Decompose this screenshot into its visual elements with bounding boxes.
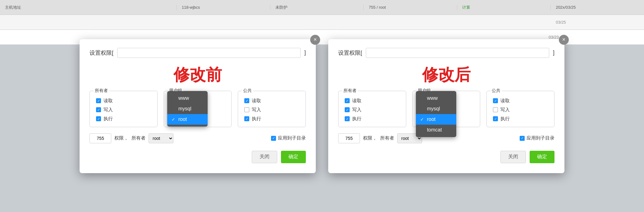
dialog-after-apply-subdir-label: 应用到子目录 (527, 135, 554, 141)
dialog-after-perm-input[interactable] (338, 133, 360, 143)
dialog-after-owner-execute-checkbox[interactable]: ✓ (345, 116, 350, 121)
bg-col-5: 计算 (457, 5, 551, 10)
dialog-before-apply-subdir-checkbox[interactable]: ✓ (271, 136, 276, 141)
dialog-after-usergroup-execute-row: ✓ www mysql ✓ root tomcat (419, 116, 474, 121)
dialog-after-perm-groups: 所有者 ✓ 读取 ✓ 写入 ✓ 执行 用户组 ✓ 读取 (338, 91, 554, 127)
dialog-before-perm-groups: 所有者 ✓ 读取 ✓ 写入 ✓ 执行 用户组 ✓ 读取 (90, 91, 306, 127)
dialog-before-title-row: 设置权限[ ] (90, 48, 306, 58)
dialog-after-perm-label: 权限， (363, 135, 377, 141)
dialog-before-owner-read-row: ✓ 读取 (96, 98, 151, 104)
dialog-after-title-bracket: ] (553, 49, 554, 56)
dialog-after-owner-read-row: ✓ 读取 (345, 98, 400, 104)
dialog-before-public-execute-checkbox[interactable]: ✓ (244, 116, 249, 121)
dialog-before-apply-subdir-label: 应用到子目录 (278, 135, 306, 141)
dialog-before-apply-subdir-row: ✓ 应用到子目录 (271, 135, 306, 141)
dialog-after-footer: 关闭 确定 (338, 151, 554, 163)
dialog-after-owner-write-label: 写入 (352, 107, 361, 113)
dialog-after-public-execute-row: ✓ 执行 (493, 116, 548, 122)
dialog-after-owner-label: 所有者 (380, 135, 394, 141)
bg-col-1: 主机地址 (0, 5, 177, 10)
dialog-after-owner-execute-label: 执行 (352, 116, 361, 122)
dialog-before-owner-read-label: 读取 (104, 98, 113, 104)
dialog-after-public-execute-checkbox[interactable]: ✓ (493, 116, 498, 121)
dialog-before-public-title: 公共 (242, 88, 253, 94)
dialog-before: × 设置权限[ ] 修改前 所有者 ✓ 读取 ✓ 写入 (80, 39, 316, 173)
dialog-before-public-read-row: ✓ 读取 (244, 98, 299, 104)
dialog-before-close-button[interactable]: × (310, 35, 320, 45)
dialog-after-public-execute-label: 执行 (500, 116, 510, 122)
bg-col-3: 未防护 (270, 5, 364, 10)
dialog-after-public-group: 公共 ✓ 读取 写入 ✓ 执行 (486, 91, 554, 127)
dialog-after-dropdown-tomcat[interactable]: tomcat (416, 125, 456, 135)
dialog-before-public-write-checkbox[interactable] (244, 107, 249, 112)
dialog-before-public-execute-label: 执行 (252, 116, 261, 122)
bg-col-4: 755 / root (364, 5, 457, 10)
dialog-before-public-write-label: 写入 (252, 107, 261, 113)
bg-col-2: 118-wjbcs (177, 5, 270, 10)
dialog-before-close-btn[interactable]: 关闭 (252, 151, 277, 163)
dialog-before-dropdown-checkmark: ✓ (172, 117, 175, 122)
dialog-before-perm-input[interactable] (90, 133, 111, 143)
dialog-after-owner-group: 所有者 ✓ 读取 ✓ 写入 ✓ 执行 (338, 91, 406, 127)
dialog-before-dropdown-menu: www mysql ✓ root (167, 91, 208, 127)
dialog-before-owner-write-row: ✓ 写入 (96, 107, 151, 113)
dialog-after-confirm-btn[interactable]: 确定 (530, 151, 554, 163)
dialog-after-title-input[interactable] (366, 48, 549, 58)
dialog-before-owner-execute-checkbox[interactable]: ✓ (96, 116, 101, 121)
dialog-after-public-write-checkbox[interactable] (493, 107, 498, 112)
dialog-after-usergroup-group: 用户组 ✓ 读取 写入 ✓ www mysql ✓ (412, 91, 481, 127)
dialog-before-owner-group: 所有者 ✓ 读取 ✓ 写入 ✓ 执行 (90, 91, 158, 127)
dialog-after-owner-write-checkbox[interactable]: ✓ (345, 107, 350, 112)
dialog-after-apply-subdir-row: ✓ 应用到子目录 (520, 135, 554, 141)
dialog-after-owner-write-row: ✓ 写入 (345, 107, 400, 113)
dialog-after-dropdown-root[interactable]: ✓ root (416, 114, 456, 125)
dialog-before-owner-select[interactable]: root (149, 133, 173, 143)
dialog-after-public-read-label: 读取 (500, 98, 510, 104)
dialog-before-usergroup-group: 用户组 ✓ 读取 写入 ✓ www mysql ✓ (164, 91, 232, 127)
dialog-after-owner-execute-row: ✓ 执行 (345, 116, 400, 122)
dialog-before-subtitle: 修改前 (90, 64, 306, 86)
dialog-after-apply-subdir-checkbox[interactable]: ✓ (520, 136, 525, 141)
dialog-after-owner-title: 所有者 (342, 88, 358, 94)
dialog-after-dropdown-mysql[interactable]: mysql (416, 104, 456, 114)
dialog-before-owner-label: 所有者 (131, 135, 145, 141)
dialog-after-public-read-checkbox[interactable]: ✓ (493, 98, 498, 103)
dialog-before-dropdown-root[interactable]: ✓ root (167, 114, 208, 125)
dialog-after-subtitle: 修改后 (338, 64, 554, 86)
dialog-before-public-write-row: 写入 (244, 107, 299, 113)
dialog-before-title-bracket: ] (304, 49, 306, 56)
dialog-before-perm-label: 权限， (114, 135, 128, 141)
dialog-before-usergroup-execute-row: ✓ www mysql ✓ root (170, 116, 225, 121)
dialog-after-title-label: 设置权限[ (338, 49, 362, 57)
dialog-before-owner-write-label: 写入 (104, 107, 113, 113)
dialog-before-public-read-label: 读取 (252, 98, 261, 104)
dialog-after-owner-read-label: 读取 (352, 98, 361, 104)
dialog-after-public-read-row: ✓ 读取 (493, 98, 548, 104)
dialog-before-owner-execute-label: 执行 (104, 116, 113, 122)
dialog-before-public-group: 公共 ✓ 读取 写入 ✓ 执行 (238, 91, 306, 127)
dialog-before-title-input[interactable] (117, 48, 301, 58)
dialog-after-public-title: 公共 (490, 88, 502, 94)
dialog-after-title-row: 设置权限[ ] (338, 48, 554, 58)
bg-row2-6: 03/25 (551, 20, 644, 25)
dialog-after-dropdown-menu: www mysql ✓ root tomcat (416, 91, 456, 137)
dialog-after: × 设置权限[ ] 修改后 所有者 ✓ 读取 ✓ 写入 (328, 39, 564, 173)
dialog-before-public-execute-row: ✓ 执行 (244, 116, 299, 122)
dialog-before-public-read-checkbox[interactable]: ✓ (244, 98, 249, 103)
dialog-after-dropdown-checkmark: ✓ (420, 117, 424, 122)
dialog-before-owner-read-checkbox[interactable]: ✓ (96, 98, 101, 103)
dialog-after-public-write-row: 写入 (493, 107, 548, 113)
dialog-after-close-button[interactable]: × (559, 35, 569, 45)
dialog-after-dropdown-www[interactable]: www (416, 93, 456, 104)
bg-col-6: 202x/03/25 (551, 5, 644, 10)
dialog-before-owner-title: 所有者 (94, 88, 109, 94)
dialog-before-dropdown-mysql[interactable]: mysql (167, 104, 208, 114)
dialog-before-footer: 关闭 确定 (90, 151, 306, 163)
dialog-before-owner-write-checkbox[interactable]: ✓ (96, 107, 101, 112)
dialog-after-public-write-label: 写入 (500, 107, 510, 113)
dialog-after-owner-read-checkbox[interactable]: ✓ (345, 98, 350, 103)
dialog-after-close-btn[interactable]: 关闭 (500, 151, 526, 163)
dialog-before-confirm-btn[interactable]: 确定 (281, 151, 306, 163)
dialog-before-title-label: 设置权限[ (90, 49, 113, 57)
dialog-before-dropdown-www[interactable]: www (167, 93, 208, 104)
